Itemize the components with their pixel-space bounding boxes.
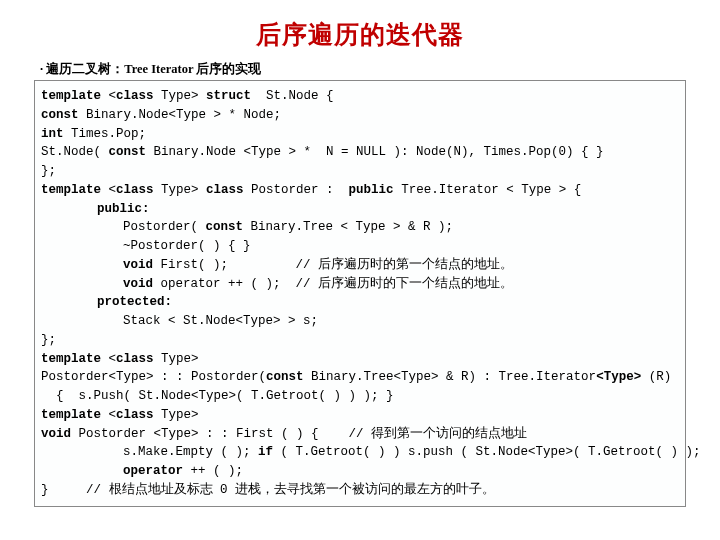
code-line: protected: xyxy=(41,293,679,312)
code-line: void First( ); // 后序遍历时的第一个结点的地址。 xyxy=(41,256,679,275)
code-line: St.Node( const Binary.Node <Type > * N =… xyxy=(41,143,679,162)
code-line: int Times.Pop; xyxy=(41,125,679,144)
code-line: }; xyxy=(41,331,679,350)
code-line: void operator ++ ( ); // 后序遍历时的下一个结点的地址。 xyxy=(41,275,679,294)
code-line: public: xyxy=(41,200,679,219)
code-line: s.Make.Empty ( ); if ( T.Getroot( ) ) s.… xyxy=(41,443,679,462)
code-line: template <class Type> xyxy=(41,406,679,425)
slide-title: 后序遍历的迭代器 xyxy=(34,18,686,51)
code-line: Postorder<Type> : : Postorder(const Bina… xyxy=(41,368,679,387)
code-line: }; xyxy=(41,162,679,181)
slide-subtitle: · 遍历二叉树：Tree Iterator 后序的实现 xyxy=(34,61,686,78)
code-line: template <class Type> xyxy=(41,350,679,369)
code-line: Postorder( const Binary.Tree < Type > & … xyxy=(41,218,679,237)
code-line: template <class Type> struct St.Node { xyxy=(41,87,679,106)
code-line: ~Postorder( ) { } xyxy=(41,237,679,256)
slide-container: 后序遍历的迭代器 · 遍历二叉树：Tree Iterator 后序的实现 tem… xyxy=(0,0,720,540)
code-line: { s.Push( St.Node<Type>( T.Getroot( ) ) … xyxy=(41,387,679,406)
code-line: void Postorder <Type> : : First ( ) { //… xyxy=(41,425,679,444)
code-line: Stack < St.Node<Type> > s; xyxy=(41,312,679,331)
code-block: template <class Type> struct St.Node { c… xyxy=(34,80,686,507)
code-line: const Binary.Node<Type > * Node; xyxy=(41,106,679,125)
code-line: } // 根结点地址及标志 0 进栈，去寻找第一个被访问的最左方的叶子。 xyxy=(41,481,679,500)
code-line: template <class Type> class Postorder : … xyxy=(41,181,679,200)
code-line: operator ++ ( ); xyxy=(41,462,679,481)
